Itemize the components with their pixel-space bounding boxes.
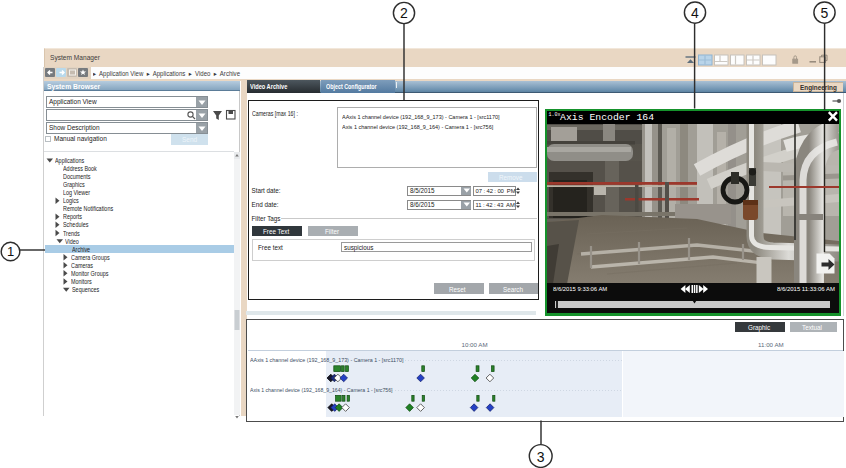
svg-text:1: 1 <box>7 244 14 259</box>
svg-text:3: 3 <box>537 449 545 465</box>
svg-text:5: 5 <box>821 5 829 21</box>
svg-text:2: 2 <box>400 5 408 21</box>
svg-text:4: 4 <box>691 5 699 21</box>
